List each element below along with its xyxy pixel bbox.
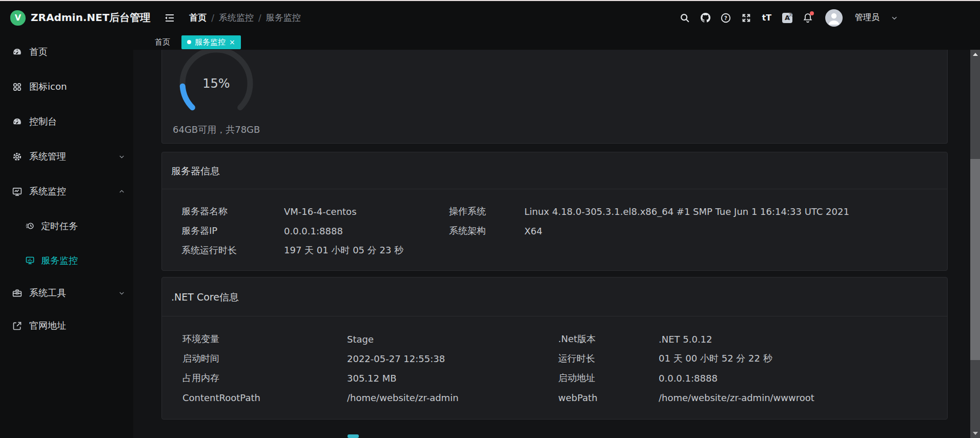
tab-active-dot (187, 40, 191, 44)
table-row: 环境变量 Stage .Net版本 .NET 5.0.12 (162, 329, 947, 349)
sidebar-item-label: 系统工具 (29, 287, 66, 299)
sidebar-item-label: 系统管理 (29, 150, 66, 163)
sidebar-item-label: 系统监控 (29, 185, 66, 197)
sidebar-item-console[interactable]: 控制台 (0, 104, 133, 139)
panel-title: .NET Core信息 (162, 277, 947, 316)
logo-letter: V (15, 13, 21, 23)
scrollbar-thumb[interactable] (970, 159, 980, 360)
dotnet-info-rows: 环境变量 Stage .Net版本 .NET 5.0.12 启动时间 2022-… (162, 316, 947, 407)
sidebar-item-home[interactable]: 首页 (0, 34, 133, 69)
table-row: 占用内存 305.12 MB 启动地址 0.0.0.1:8888 (162, 368, 947, 388)
tab-home[interactable]: 首页 (152, 35, 173, 49)
timer-icon (25, 221, 35, 231)
search-icon[interactable] (679, 12, 691, 24)
language-sup: 文 (789, 12, 793, 17)
breadcrumb-item[interactable]: 系统监控 (219, 12, 254, 24)
table-row: 系统运行时长 197 天 01 小时 05 分 23 秒 (162, 241, 947, 260)
sidebar-item-label: 服务监控 (41, 254, 78, 267)
notification-badge (810, 11, 814, 15)
table-row: ContentRootPath /home/website/zr-admin w… (162, 388, 947, 407)
sidebar-item-icons[interactable]: 图标icon (0, 69, 133, 104)
tab-service-monitor[interactable]: 服务监控 × (181, 35, 241, 49)
info-label: 启动时间 (182, 352, 347, 365)
notification-bell-icon[interactable] (802, 12, 814, 24)
info-value: .NET 5.0.12 (659, 334, 947, 345)
sidebar-item-label: 图标icon (29, 81, 67, 93)
info-value: X64 (524, 226, 947, 236)
breadcrumb: 首页 / 系统监控 / 服务监控 (189, 12, 300, 24)
panel-title: 服务器信息 (162, 152, 947, 189)
table-row: 启动时间 2022-05-27 12:55:38 运行时长 01 天 00 小时… (162, 349, 947, 368)
app-logo[interactable]: V (10, 10, 26, 26)
disk-usage-percent: 15% (173, 76, 260, 91)
help-glyph: ? (724, 15, 727, 21)
sidebar-subitem-service-monitor[interactable]: 服务监控 (0, 243, 133, 277)
scrollbar-down-arrow[interactable] (970, 429, 980, 438)
main-content: 15% 64GB可用，共78GB 服务器信息 服务器名称 VM-16-4-cen… (133, 50, 970, 438)
info-value: 0.0.0.1:8888 (659, 373, 947, 384)
info-label: .Net版本 (558, 333, 659, 345)
chevron-down-icon (118, 290, 125, 296)
chevron-down-icon[interactable] (891, 14, 898, 22)
vertical-scrollbar[interactable] (970, 50, 980, 438)
app-header: V ZRAdmin.NET后台管理 首页 / 系统监控 / 服务监控 ? (0, 1, 980, 34)
dashboard-icon (11, 116, 23, 127)
font-size-icon[interactable]: tT (761, 12, 773, 24)
info-value: /home/website/zr-admin/wwwroot (659, 392, 947, 403)
info-label: 系统架构 (449, 225, 524, 237)
grid-icon (11, 81, 23, 92)
avatar[interactable] (825, 9, 843, 27)
sidebar-collapse-icon[interactable] (164, 11, 177, 25)
horizontal-scrollbar-thumb[interactable] (348, 434, 359, 438)
sidebar-item-system-monitor[interactable]: 系统监控 (0, 174, 133, 209)
sidebar-subitem-scheduled-tasks[interactable]: 定时任务 (0, 209, 133, 243)
server-info-panel: 服务器信息 服务器名称 VM-16-4-centos 操作系统 Linux 4.… (161, 152, 948, 271)
monitor-bars-icon (25, 255, 35, 266)
chevron-down-icon (118, 153, 125, 160)
sidebar-item-official-site[interactable]: 官网地址 (0, 308, 133, 343)
dashboard-icon (11, 46, 23, 57)
sidebar-item-label: 定时任务 (41, 220, 78, 232)
scrollbar-up-arrow[interactable] (970, 50, 980, 59)
tab-bar: 首页 服务监控 × (133, 34, 980, 50)
info-value: Stage (347, 334, 558, 345)
info-value: 305.12 MB (347, 373, 558, 384)
info-value: 197 天 01 小时 05 分 23 秒 (284, 244, 449, 256)
dotnet-core-info-panel: .NET Core信息 环境变量 Stage .Net版本 .NET 5.0.1… (161, 277, 948, 420)
header-actions: ? tT A 文 (679, 9, 898, 27)
info-label: 操作系统 (449, 205, 524, 217)
breadcrumb-separator: / (258, 13, 261, 23)
sidebar-item-label: 首页 (29, 46, 48, 58)
info-label: 服务器名称 (181, 205, 284, 217)
info-label: 运行时长 (558, 352, 659, 365)
help-icon[interactable]: ? (720, 12, 732, 24)
monitor-chart-icon (11, 186, 23, 197)
gear-icon (11, 151, 23, 162)
github-icon[interactable] (699, 12, 711, 24)
disk-usage-summary: 64GB可用，共78GB (173, 124, 260, 136)
tab-label: 服务监控 (195, 37, 226, 47)
fullscreen-icon[interactable] (740, 12, 752, 24)
sidebar-item-system-tools[interactable]: 系统工具 (0, 277, 133, 308)
sidebar: 首页 图标icon 控制台 系统管理 (0, 34, 133, 438)
info-value: 2022-05-27 12:55:38 (347, 353, 558, 364)
external-link-icon (11, 320, 23, 331)
info-value: Linux 4.18.0-305.3.1.el8.x86_64 #1 SMP T… (524, 206, 947, 217)
language-icon[interactable]: A 文 (781, 12, 793, 24)
info-label: 系统运行时长 (181, 244, 284, 256)
breadcrumb-item[interactable]: 服务监控 (266, 12, 301, 24)
username[interactable]: 管理员 (855, 12, 880, 23)
server-info-rows: 服务器名称 VM-16-4-centos 操作系统 Linux 4.18.0-3… (162, 189, 947, 260)
breadcrumb-home[interactable]: 首页 (189, 12, 207, 24)
chevron-up-icon (118, 188, 125, 195)
app-title: ZRAdmin.NET后台管理 (31, 11, 150, 25)
toolbox-icon (11, 287, 23, 298)
sidebar-item-system-management[interactable]: 系统管理 (0, 139, 133, 174)
info-value: /home/website/zr-admin (347, 392, 558, 403)
info-label: ContentRootPath (182, 392, 347, 403)
language-box: A 文 (782, 13, 792, 23)
info-label: 启动地址 (558, 372, 659, 384)
disk-usage-panel: 15% 64GB可用，共78GB (161, 50, 948, 144)
sidebar-item-label: 控制台 (29, 115, 57, 128)
tab-close-icon[interactable]: × (229, 38, 235, 46)
